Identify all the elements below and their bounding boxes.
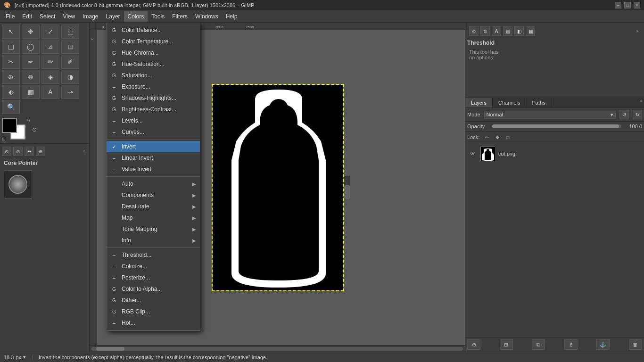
menu-curves[interactable]: – Curves...: [107, 126, 200, 138]
reset-colors-icon[interactable]: ⊡: [2, 137, 6, 141]
layer-group-btn[interactable]: ⊞: [500, 339, 513, 350]
menu-exposure[interactable]: – Exposure...: [107, 81, 200, 92]
menu-colors[interactable]: Colors: [124, 11, 148, 22]
tab-layers[interactable]: Layers: [465, 98, 493, 107]
zoom-unit-arrow[interactable]: ▾: [23, 354, 26, 360]
duplicate-layer-btn[interactable]: ⧉: [532, 339, 545, 350]
menu-select[interactable]: Select: [36, 11, 59, 22]
tool-options-tab-icon-4[interactable]: ⊕: [36, 147, 45, 156]
menu-map[interactable]: Map ▶: [107, 212, 200, 223]
tool-fuzzy-select[interactable]: ⊡: [61, 40, 79, 54]
tool-zoom-fit[interactable]: ⤢: [41, 25, 59, 39]
mode-redo-btn[interactable]: ↻: [633, 110, 642, 119]
panel-icon-1[interactable]: ⊙: [469, 26, 479, 36]
tool-options-tab-icon-2[interactable]: ⊚: [13, 147, 23, 156]
tool-clone[interactable]: ⊛: [22, 70, 40, 84]
swap-colors-icon[interactable]: ⇆: [26, 118, 30, 123]
close-button[interactable]: ×: [634, 2, 640, 8]
mode-selector[interactable]: Normal ▾: [484, 111, 616, 119]
panel-icon-2[interactable]: ⊚: [480, 26, 490, 36]
menu-rgb-clip[interactable]: G RGB Clip...: [107, 306, 200, 317]
panel-icon-3[interactable]: A: [492, 26, 501, 36]
menu-view[interactable]: View: [59, 11, 79, 22]
tab-channels[interactable]: Channels: [493, 98, 526, 107]
menu-image[interactable]: Image: [79, 11, 102, 22]
tool-text[interactable]: A: [41, 85, 59, 99]
menu-hue-saturation[interactable]: G Hue-Saturation...: [107, 58, 200, 70]
menu-dither[interactable]: G Dither...: [107, 295, 200, 306]
tool-ellipse-select[interactable]: ◯: [22, 40, 40, 54]
tool-free-select[interactable]: ⊿: [41, 40, 59, 54]
layer-visibility-toggle[interactable]: 👁: [469, 150, 477, 157]
menu-hot[interactable]: – Hot...: [107, 317, 200, 329]
foreground-color[interactable]: [2, 118, 17, 133]
menu-info[interactable]: Info ▶: [107, 235, 200, 246]
menu-windows[interactable]: Windows: [191, 11, 222, 22]
tool-options-tab-icon-1[interactable]: ⊙: [2, 147, 11, 156]
tool-gradient[interactable]: ▦: [22, 85, 40, 99]
panel-expand-btn[interactable]: »: [635, 28, 640, 34]
menu-color-to-alpha[interactable]: G Color to Alpha...: [107, 283, 200, 295]
panel-icon-6[interactable]: ▦: [526, 26, 535, 36]
menu-shadows-highlights[interactable]: G Shadows-Highlights...: [107, 92, 200, 104]
delete-layer-btn[interactable]: 🗑: [629, 339, 642, 350]
new-layer-from-visible-btn[interactable]: ⊕: [467, 339, 480, 350]
menu-linear-invert[interactable]: – Linear Invert: [107, 152, 200, 164]
menu-edit[interactable]: Edit: [18, 11, 36, 22]
menu-color-balance[interactable]: G Color Balance...: [107, 25, 200, 36]
menu-saturation[interactable]: G Saturation...: [107, 70, 200, 81]
tool-dodge[interactable]: ◑: [61, 70, 79, 84]
menu-posterize[interactable]: – Posterize...: [107, 272, 200, 283]
tool-fill[interactable]: ⬖: [2, 85, 20, 99]
tool-options-expand[interactable]: »: [82, 148, 87, 154]
menu-file[interactable]: File: [2, 11, 18, 22]
menu-invert[interactable]: ✓ Invert: [107, 141, 200, 152]
lock-position-icon[interactable]: ✥: [494, 133, 501, 141]
menu-brightness-contrast[interactable]: G Brightness-Contrast...: [107, 104, 200, 115]
scrollbar-thumb-v[interactable]: [344, 185, 350, 199]
layers-panel-expand[interactable]: »: [638, 98, 644, 104]
menu-value-invert[interactable]: – Value Invert: [107, 164, 200, 175]
lock-pixels-icon[interactable]: ✏: [483, 133, 491, 141]
tool-rect-select[interactable]: ▢: [2, 40, 20, 54]
scrollbar-thumb-h[interactable]: [91, 347, 463, 351]
restore-button[interactable]: □: [624, 2, 631, 8]
minimize-button[interactable]: –: [615, 2, 621, 8]
merge-layer-btn[interactable]: ⊻: [564, 339, 578, 350]
tool-pencil[interactable]: ✐: [61, 55, 79, 69]
menu-desaturate[interactable]: Desaturate ▶: [107, 201, 200, 212]
scrollbar-right[interactable]: [344, 176, 350, 199]
tool-heal[interactable]: ⊕: [2, 70, 20, 84]
anchor-layer-btn[interactable]: ⚓: [596, 339, 610, 350]
tool-measure[interactable]: ⊸: [61, 85, 79, 99]
scrollbar-h-thumb[interactable]: [96, 347, 124, 351]
panel-icon-5[interactable]: ◧: [514, 26, 524, 36]
menu-filters[interactable]: Filters: [168, 11, 191, 22]
tool-blur[interactable]: ◈: [41, 70, 59, 84]
tool-zoom[interactable]: 🔍: [2, 100, 20, 114]
panel-icon-4[interactable]: ▨: [503, 26, 512, 36]
color-mode-icon[interactable]: ⊙: [32, 126, 37, 133]
tool-pointer[interactable]: ↖: [2, 25, 20, 39]
tab-paths[interactable]: Paths: [527, 98, 552, 107]
opacity-slider[interactable]: [492, 124, 621, 128]
menu-help[interactable]: Help: [222, 11, 241, 22]
menu-threshold[interactable]: – Threshold...: [107, 249, 200, 261]
tool-paths[interactable]: ✒: [22, 55, 40, 69]
menu-layer[interactable]: Layer: [102, 11, 124, 22]
tool-move[interactable]: ✥: [22, 25, 40, 39]
menu-color-temperature[interactable]: G Color Temperature...: [107, 36, 200, 47]
tool-paint[interactable]: ✏: [41, 55, 59, 69]
tool-crop[interactable]: ⬚: [61, 25, 79, 39]
layer-row[interactable]: 👁 cut.png: [467, 145, 642, 162]
menu-levels[interactable]: – Levels...: [107, 115, 200, 126]
menu-hue-chroma[interactable]: G Hue-Chroma...: [107, 47, 200, 58]
menu-tools[interactable]: Tools: [148, 11, 168, 22]
tool-options-tab-icon-3[interactable]: ☰: [25, 147, 34, 156]
menu-colorize[interactable]: – Colorize...: [107, 261, 200, 272]
tool-scissors[interactable]: ✂: [2, 55, 20, 69]
menu-components[interactable]: Components ▶: [107, 189, 200, 201]
lock-alpha-icon[interactable]: □: [504, 133, 512, 141]
menu-auto[interactable]: Auto ▶: [107, 178, 200, 189]
menu-tone-mapping[interactable]: Tone Mapping ▶: [107, 223, 200, 235]
